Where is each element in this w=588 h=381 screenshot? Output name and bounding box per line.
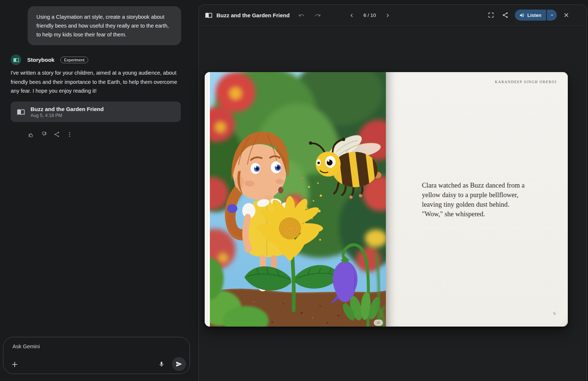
open-book-icon xyxy=(13,57,19,63)
viewer-header: Buzz and the Garden Friend 6 / 10 xyxy=(199,5,587,26)
send-button[interactable] xyxy=(172,357,186,371)
redo-button[interactable] xyxy=(313,11,322,19)
user-message-bubble: Using a Claymation art style, create a s… xyxy=(28,6,181,45)
thumbs-up-icon xyxy=(28,131,34,138)
listen-split-button: Listen xyxy=(515,10,557,21)
microphone-icon xyxy=(158,361,165,367)
experiment-badge: Experiment xyxy=(60,57,88,63)
storybook-illustration: ai xyxy=(210,72,386,327)
gemini-app: Using a Claymation art style, create a s… xyxy=(0,0,588,381)
page-indicator: 6 / 10 xyxy=(361,13,378,18)
add-attachment-button[interactable] xyxy=(10,360,19,369)
next-page-button[interactable] xyxy=(383,10,393,21)
page-curl[interactable] xyxy=(555,314,568,327)
input-placeholder: Ask Gemini xyxy=(12,343,40,349)
story-page-text: Clara watched as Buzz danced from a yell… xyxy=(422,181,524,219)
story-card-timestamp: Aug 5, 4:18 PM xyxy=(31,113,104,118)
viewer-header-actions: Listen xyxy=(485,10,572,21)
open-book-icon xyxy=(17,108,25,116)
close-viewer-button[interactable] xyxy=(561,10,572,21)
bot-name: Storybook xyxy=(27,57,54,63)
page-navigation: 6 / 10 xyxy=(347,5,393,26)
chevron-right-icon xyxy=(384,12,391,19)
fullscreen-button[interactable] xyxy=(485,10,496,21)
viewer-title: Buzz and the Garden Friend xyxy=(216,12,290,18)
thumbs-up-button[interactable] xyxy=(26,129,36,139)
prompt-input[interactable]: Ask Gemini xyxy=(3,337,190,374)
listen-label: Listen xyxy=(527,13,541,18)
book-page-edges xyxy=(205,72,210,327)
microphone-button[interactable] xyxy=(157,359,166,369)
close-icon xyxy=(563,12,570,18)
storybook-avatar xyxy=(11,54,21,65)
redo-icon xyxy=(315,12,321,18)
share-response-button[interactable] xyxy=(52,129,61,139)
ai-watermark-badge: ai xyxy=(374,320,383,326)
undo-button[interactable] xyxy=(297,11,306,19)
listen-options-button[interactable] xyxy=(547,10,557,21)
open-book-icon xyxy=(205,11,212,19)
undo-icon xyxy=(298,12,305,18)
story-text-page: KARANDEEP SINGH OBEROI Clara watched as … xyxy=(386,72,568,327)
fullscreen-icon xyxy=(488,12,494,18)
chevron-left-icon xyxy=(348,12,355,19)
listen-button[interactable]: Listen xyxy=(515,10,546,21)
chevron-down-icon xyxy=(549,13,555,18)
storybook-viewer-panel: Buzz and the Garden Friend 6 / 10 xyxy=(198,4,587,381)
story-card-title: Buzz and the Garden Friend xyxy=(31,106,104,113)
bot-response-text: I've written a story for your children, … xyxy=(11,68,179,96)
story-card-text: Buzz and the Garden Friend Aug 5, 4:18 P… xyxy=(31,106,104,118)
open-book: ai KARANDEEP SINGH OBEROI Clara watched … xyxy=(205,72,568,327)
speaker-icon xyxy=(519,13,525,18)
thumbs-down-button[interactable] xyxy=(39,129,49,139)
bot-header-row: Storybook Experiment xyxy=(11,54,88,65)
more-options-button[interactable] xyxy=(65,129,74,139)
response-actions xyxy=(26,129,74,139)
plus-icon xyxy=(11,361,18,368)
previous-page-button[interactable] xyxy=(347,10,357,21)
thumbs-down-icon xyxy=(41,131,47,138)
story-card[interactable]: Buzz and the Garden Friend Aug 5, 4:18 P… xyxy=(11,102,181,122)
send-icon xyxy=(176,361,182,367)
author-name: KARANDEEP SINGH OBEROI xyxy=(495,80,557,84)
share-icon xyxy=(54,131,60,138)
more-vertical-icon xyxy=(67,131,73,138)
share-story-button[interactable] xyxy=(500,10,511,21)
share-icon xyxy=(502,12,509,18)
